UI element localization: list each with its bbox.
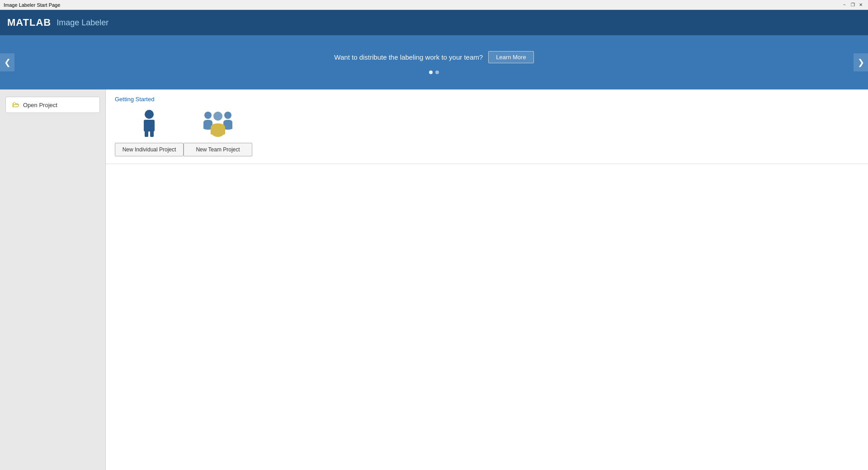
getting-started-link[interactable]: Getting Started (115, 96, 154, 103)
chevron-right-icon: ❯ (858, 57, 864, 67)
svg-rect-1 (144, 120, 155, 132)
window-title: Image Labeler Start Page (4, 2, 841, 8)
new-individual-project-card: New Individual Project (115, 108, 184, 156)
minimize-button[interactable]: − (841, 1, 848, 9)
learn-more-button[interactable]: Learn More (488, 51, 533, 63)
header: MATLAB Image Labeler (0, 10, 868, 35)
svg-point-5 (224, 112, 231, 119)
main-layout: 🗁 Open Project Getting Started (0, 89, 868, 470)
banner-dot-2[interactable] (435, 70, 439, 74)
close-button[interactable]: ✕ (857, 1, 864, 9)
matlab-logo: MATLAB (7, 17, 51, 28)
new-individual-project-button[interactable]: New Individual Project (115, 143, 184, 156)
svg-point-4 (204, 112, 212, 119)
restore-button[interactable]: ❐ (849, 1, 856, 9)
content-area: Getting Started (106, 89, 868, 470)
person-icon (136, 108, 163, 139)
title-bar: Image Labeler Start Page − ❐ ✕ (0, 0, 868, 10)
banner-dots (429, 70, 439, 74)
banner: ❮ Want to distribute the labeling work t… (0, 35, 868, 89)
banner-content: Want to distribute the labeling work to … (334, 51, 533, 74)
chevron-left-icon: ❮ (4, 57, 11, 67)
window-controls: − ❐ ✕ (841, 1, 864, 9)
open-project-button[interactable]: 🗁 Open Project (5, 97, 100, 113)
getting-started-section: Getting Started (106, 89, 868, 164)
folder-icon: 🗁 (12, 101, 19, 109)
open-project-label: Open Project (23, 102, 57, 108)
project-buttons-row: New Individual Project (115, 108, 859, 156)
svg-point-6 (213, 112, 222, 121)
svg-point-0 (145, 110, 154, 119)
team-icon (200, 108, 236, 139)
new-team-project-button[interactable]: New Team Project (184, 143, 252, 156)
svg-rect-3 (150, 131, 154, 137)
svg-rect-2 (145, 131, 148, 137)
app-title: Image Labeler (57, 18, 108, 28)
new-team-project-card: New Team Project (184, 108, 252, 156)
sidebar: 🗁 Open Project (0, 89, 106, 470)
banner-text: Want to distribute the labeling work to … (334, 53, 483, 61)
banner-prev-button[interactable]: ❮ (0, 53, 14, 71)
banner-dot-1[interactable] (429, 70, 433, 74)
banner-next-button[interactable]: ❯ (854, 53, 868, 71)
banner-text-row: Want to distribute the labeling work to … (334, 51, 533, 63)
